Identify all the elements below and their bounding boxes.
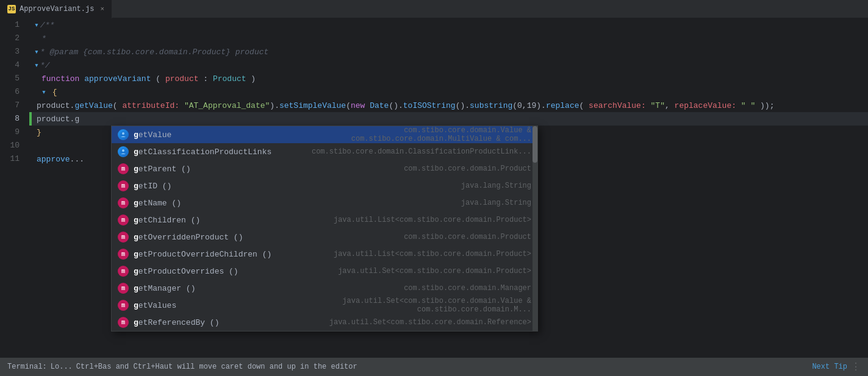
ac-type-4: java.lang.String xyxy=(273,199,531,207)
svg-point-1 xyxy=(122,132,124,135)
more-options-button[interactable]: ⋮ xyxy=(851,361,861,373)
code-line-1: ▾ /** xyxy=(29,18,868,32)
ac-name-11: getReferencedBy () xyxy=(134,318,268,327)
code-line-5: function approveVariant ( product : Prod… xyxy=(29,72,868,85)
line-num-9: 9 xyxy=(0,126,24,139)
ac-name-9: getManager () xyxy=(134,284,268,293)
ac-type-8: java.util.Set<com.stibo.core.domain.Prod… xyxy=(273,267,531,275)
ac-icon-6: m xyxy=(118,232,129,243)
tab-icon: JS xyxy=(7,5,16,13)
fold-icon-4: ▾ xyxy=(34,60,39,70)
line-num-5: 5 xyxy=(0,72,24,85)
ac-type-10: java.util.Set<com.stibo.core.domain.Valu… xyxy=(273,297,531,314)
next-tip-button[interactable]: Next Tip xyxy=(812,363,847,371)
autocomplete-scrollbar[interactable] xyxy=(533,126,537,331)
fold-icon-3: ▾ xyxy=(34,47,39,57)
autocomplete-item-4[interactable]: m getName () java.lang.String xyxy=(112,194,537,211)
tip-text: Ctrl+Bas and Ctrl+Haut will move caret d… xyxy=(76,363,809,371)
ac-name-6: getOverriddenProduct () xyxy=(134,233,268,242)
line-num-11: 11 xyxy=(0,152,24,166)
fold-icon-6: ▾ xyxy=(41,88,46,97)
autocomplete-item-3[interactable]: m getID () java.lang.String xyxy=(112,177,537,194)
code-line-7: product.getValue( attributeId: "AT_Appro… xyxy=(29,99,868,112)
autocomplete-item-1[interactable]: getClassificationProductLinks com.stibo.… xyxy=(112,143,537,160)
ac-name-4: getName () xyxy=(134,199,268,208)
ac-icon-1 xyxy=(118,146,129,157)
ac-name-1: getClassificationProductLinks xyxy=(134,147,271,157)
ac-type-1: com.stibo.core.domain.ClassificationProd… xyxy=(276,147,531,156)
ac-name-8: getProductOverrides () xyxy=(134,267,268,276)
log-label: Lo... xyxy=(51,363,73,371)
autocomplete-item-5[interactable]: m getChildren () java.util.List<com.stib… xyxy=(112,211,537,229)
line-numbers: 1 2 3 4 5 6 7 8 9 10 11 xyxy=(0,18,29,358)
line-num-7: 7 xyxy=(0,99,24,112)
line-num-4: 4 xyxy=(0,59,24,72)
ac-type-0: com.stibo.core.domain.Value & com.stibo.… xyxy=(273,126,531,143)
ac-type-11: java.util.Set<com.stibo.core.domain.Refe… xyxy=(273,318,531,327)
autocomplete-item-6[interactable]: m getOverriddenProduct () com.stibo.core… xyxy=(112,229,537,246)
cursor-indicator xyxy=(29,112,32,126)
code-line-6: ▾ { xyxy=(29,85,868,99)
autocomplete-item-8[interactable]: m getProductOverrides () java.util.Set<c… xyxy=(112,263,537,280)
ac-name-7: getProductOverrideChildren () xyxy=(134,250,271,259)
autocomplete-scrollbar-thumb xyxy=(533,126,537,163)
ac-icon-7: m xyxy=(118,249,129,260)
code-content: ▾ /** * ▾ * @param {com.stibo.core.domai… xyxy=(29,18,868,358)
line-num-2: 2 xyxy=(0,32,24,45)
tab-close-button[interactable]: × xyxy=(100,5,104,13)
ac-type-3: java.lang.String xyxy=(273,182,531,190)
code-line-2: * xyxy=(29,32,868,45)
ac-type-6: com.stibo.core.domain.Product xyxy=(273,233,531,241)
svg-point-3 xyxy=(122,149,124,152)
ac-name-5: getChildren () xyxy=(134,216,268,225)
line-num-10: 10 xyxy=(0,139,24,152)
autocomplete-item-9[interactable]: m getManager () com.stibo.core.domain.Ma… xyxy=(112,280,537,297)
ac-icon-4: m xyxy=(118,197,129,208)
code-line-4: ▾ */ xyxy=(29,59,868,72)
terminal-label: Terminal: xyxy=(7,363,47,371)
ac-name-3: getID () xyxy=(134,182,268,191)
code-line-8: product.g xyxy=(29,112,868,126)
autocomplete-item-0[interactable]: getValue com.stibo.core.domain.Value & c… xyxy=(112,126,537,143)
ac-icon-5: m xyxy=(118,215,129,225)
fold-icon-1: ▾ xyxy=(34,20,39,30)
line-num-6: 6 xyxy=(0,85,24,99)
file-tab[interactable]: JS ApproveVariant.js × xyxy=(0,0,112,18)
ac-icon-2: m xyxy=(118,163,129,174)
autocomplete-item-7[interactable]: m getProductOverrideChildren () java.uti… xyxy=(112,246,537,263)
line-num-1: 1 xyxy=(0,18,24,32)
editor-area: 1 2 3 4 5 6 7 8 9 10 11 ▾ /** * ▾ * @par… xyxy=(0,18,868,358)
autocomplete-item-10[interactable]: m getValues java.util.Set<com.stibo.core… xyxy=(112,297,537,314)
ac-type-5: java.util.List<com.stibo.core.domain.Pro… xyxy=(273,216,531,224)
line-num-8: 8 xyxy=(0,112,24,126)
ac-type-7: java.util.List<com.stibo.core.domain.Pro… xyxy=(276,250,531,258)
ac-type-2: com.stibo.core.domain.Product xyxy=(273,165,531,173)
tab-bar: JS ApproveVariant.js × xyxy=(0,0,868,18)
tab-filename: ApproveVariant.js xyxy=(20,5,94,13)
ac-icon-10: m xyxy=(118,300,129,311)
ac-icon-0 xyxy=(118,129,129,140)
autocomplete-item-2[interactable]: m getParent () com.stibo.core.domain.Pro… xyxy=(112,160,537,177)
ac-name-10: getValues xyxy=(134,301,268,310)
ac-icon-3: m xyxy=(118,180,129,191)
ac-type-9: com.stibo.core.domain.Manager xyxy=(273,284,531,293)
ac-icon-11: m xyxy=(118,317,129,328)
ac-name-2: getParent () xyxy=(134,165,268,174)
autocomplete-dropdown[interactable]: getValue com.stibo.core.domain.Value & c… xyxy=(111,126,538,332)
ac-name-0: getValue xyxy=(134,130,268,140)
ac-icon-9: m xyxy=(118,283,129,294)
status-bar: Terminal: Lo... Ctrl+Bas and Ctrl+Haut w… xyxy=(0,358,868,376)
ac-icon-8: m xyxy=(118,266,129,277)
code-line-3: ▾ * @param {com.stibo.core.domain.Produc… xyxy=(29,45,868,59)
autocomplete-item-11[interactable]: m getReferencedBy () java.util.Set<com.s… xyxy=(112,314,537,331)
line-num-3: 3 xyxy=(0,45,24,59)
